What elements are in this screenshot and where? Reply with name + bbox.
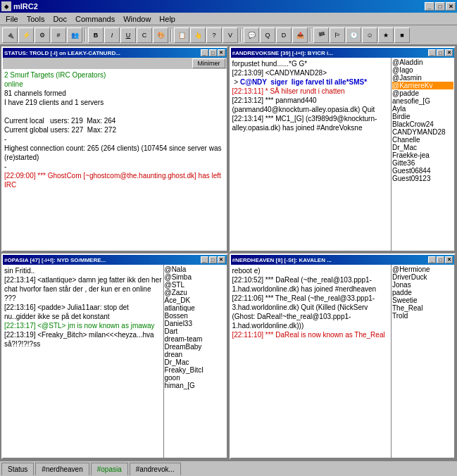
list-item[interactable]: Daniel33 <box>165 320 226 327</box>
list-item[interactable]: DreamBaby <box>165 343 226 351</box>
window-opasia: #OPASIA [47] [-I+I]: NYD SO/MMERE... _ □… <box>1 253 228 459</box>
status-maximize[interactable]: □ <box>209 49 217 56</box>
list-item[interactable]: @STL <box>165 281 226 289</box>
list-item[interactable]: @Nala <box>165 265 226 273</box>
list-item[interactable]: padde <box>392 289 453 296</box>
toolbar-underline[interactable]: U <box>120 27 136 43</box>
opasia-close[interactable]: ✕ <box>218 256 225 263</box>
tab-andrevok[interactable]: #andrevok... <box>130 463 181 475</box>
toolbar-extra1[interactable]: ★ <box>378 27 394 43</box>
menu-doc[interactable]: Doc <box>49 13 71 25</box>
toolbar-finger[interactable]: 👆 <box>190 27 206 43</box>
minimize-button[interactable]: _ <box>425 2 434 11</box>
nerdheaven-chat[interactable]: reboot e) [22:10:52] *** DaReal (~the_re… <box>231 265 392 458</box>
toolbar-whois[interactable]: ? <box>206 27 222 43</box>
list-item[interactable]: Birdie <box>392 113 453 120</box>
list-item: I have 219 clients and 1 servers <box>4 98 225 107</box>
toolbar-color[interactable]: C <box>137 27 152 43</box>
list-item[interactable]: CANDYMAND28 <box>392 128 453 136</box>
toolbar-bold[interactable]: B <box>88 27 104 43</box>
opasia-chat[interactable]: sin Fritid.. [22:13:14] <atlantique> dam… <box>3 265 163 458</box>
andrevoksne-close[interactable]: ✕ <box>445 49 453 56</box>
list-item[interactable]: Ayla <box>392 105 453 113</box>
list-item[interactable]: Bossen <box>165 312 226 320</box>
menu-help[interactable]: Help <box>155 13 180 25</box>
menu-tools[interactable]: Tools <box>23 13 49 25</box>
toolbar-disconnect[interactable]: ⚡ <box>18 27 34 43</box>
list-item[interactable]: @Jasmin <box>392 74 453 82</box>
list-item[interactable]: goon <box>165 374 226 382</box>
list-item[interactable]: Dart <box>165 327 226 335</box>
andrevoksne-minimize[interactable]: _ <box>428 49 436 56</box>
list-item[interactable]: BlackCrow24 <box>392 120 453 128</box>
list-item[interactable]: Sweetie <box>392 296 453 304</box>
list-item[interactable]: Fraekke-jea <box>392 151 453 159</box>
list-item[interactable]: atlantique <box>165 304 226 312</box>
nerdheaven-minimize[interactable]: _ <box>428 256 436 263</box>
menu-commands[interactable]: Commands <box>71 13 119 25</box>
status-minimize[interactable]: _ <box>201 49 208 56</box>
list-item[interactable]: dream-team <box>165 335 226 343</box>
list-item[interactable]: @Zazu <box>165 289 226 296</box>
list-item[interactable]: anesofie_[G <box>392 97 453 105</box>
toolbar-sep2 <box>170 29 172 42</box>
toolbar-notify[interactable]: 📋 <box>174 27 189 43</box>
toolbar-smiley[interactable]: ☺ <box>362 27 377 43</box>
list-item: [22:13:17] <@STL> jm is now known as jma… <box>4 321 162 330</box>
toolbar-connect[interactable]: 🔌 <box>2 27 18 43</box>
toolbar-sep1 <box>84 29 86 42</box>
toolbar-flag1[interactable]: 🏴 <box>313 27 329 43</box>
tab-status[interactable]: Status <box>1 463 34 475</box>
minimer-button[interactable]: Minimer <box>192 58 225 68</box>
list-item[interactable]: himan_[G <box>165 382 226 389</box>
list-item[interactable]: @Hermione <box>392 265 453 273</box>
toolbar-italic[interactable]: I <box>104 27 120 43</box>
list-item[interactable]: drean <box>165 351 226 358</box>
list-item[interactable]: Dr_Mac <box>392 144 453 151</box>
toolbar-version[interactable]: V <box>223 27 238 43</box>
toolbar-flag2[interactable]: 🏳 <box>330 27 345 43</box>
list-item[interactable]: Chanelle <box>392 136 453 144</box>
nerdheaven-maximize[interactable]: □ <box>437 256 444 263</box>
list-item[interactable]: DriverDuck <box>392 273 453 281</box>
list-item: [22:13:19] <Freaky_Bitch> milan<<<heyza.… <box>4 330 162 349</box>
toolbar-chat[interactable]: 💬 <box>244 27 259 43</box>
status-chat[interactable]: 2 Smurf Targets (IRC Operators)online 81… <box>3 69 227 251</box>
menu-window[interactable]: Window <box>119 13 155 25</box>
list-item[interactable]: @Iago <box>392 66 453 74</box>
maximize-button[interactable]: □ <box>435 2 445 11</box>
list-item[interactable]: @Aladdin <box>392 58 453 66</box>
toolbar-dcc[interactable]: D <box>276 27 292 43</box>
list-item[interactable]: @Simba <box>165 273 226 281</box>
opasia-maximize[interactable]: □ <box>209 256 217 263</box>
close-button[interactable]: ✕ <box>446 2 456 11</box>
list-item[interactable]: Dr_Mac <box>165 358 226 366</box>
list-item[interactable]: The_Real <box>392 304 453 312</box>
andrevoksne-chat[interactable]: forpustet hund......*G G* [22:13:09] <CA… <box>231 58 392 251</box>
list-item[interactable]: Guest09123 <box>392 175 453 182</box>
list-item[interactable]: @padde <box>392 89 453 97</box>
toolbar-query[interactable]: Q <box>260 27 275 43</box>
list-item[interactable]: Jonas <box>392 281 453 289</box>
list-item: [22:13:16] <padde> Julia11aar: stop det … <box>4 303 162 321</box>
list-item[interactable]: @KarriereKv <box>392 82 453 89</box>
list-item[interactable]: Trold <box>392 312 453 320</box>
list-item[interactable]: Freaky_BitcI <box>165 366 226 374</box>
toolbar-color2[interactable]: 🎨 <box>153 27 168 43</box>
list-item[interactable]: Guest06844 <box>392 167 453 175</box>
toolbar-channels[interactable]: # <box>51 27 66 43</box>
toolbar-options[interactable]: ⚙ <box>35 27 50 43</box>
status-close[interactable]: ✕ <box>218 49 225 56</box>
toolbar-clock[interactable]: 🕐 <box>346 27 361 43</box>
list-item[interactable]: Gitte36 <box>392 159 453 167</box>
list-item[interactable]: Ace_DK <box>165 296 226 304</box>
toolbar-extra2[interactable]: ■ <box>394 27 410 43</box>
andrevoksne-maximize[interactable]: □ <box>437 49 444 56</box>
toolbar-friends[interactable]: 👥 <box>67 27 82 43</box>
opasia-minimize[interactable]: _ <box>201 256 208 263</box>
nerdheaven-close[interactable]: ✕ <box>445 256 453 263</box>
tab-opasia[interactable]: #opasia <box>91 463 128 475</box>
tab-nerdheaven[interactable]: #nerdheaven <box>35 463 89 475</box>
toolbar-send[interactable]: 📤 <box>292 27 308 43</box>
menu-file[interactable]: File <box>1 13 23 25</box>
